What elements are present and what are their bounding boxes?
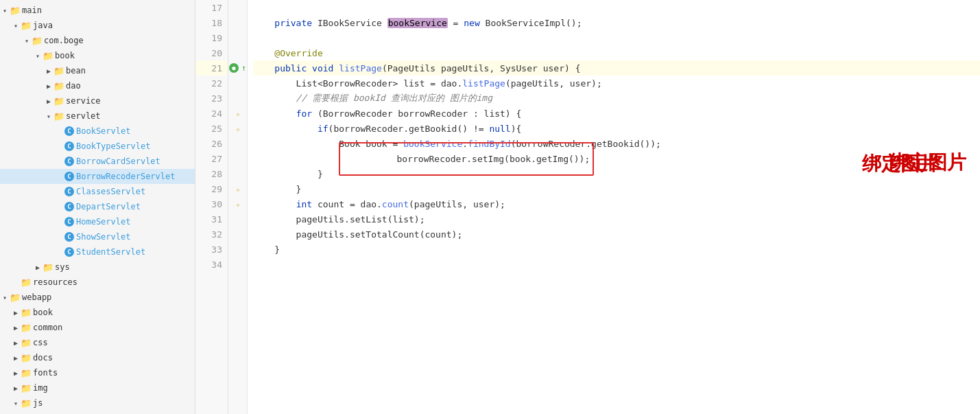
expand-arrow[interactable]: ▾ (44, 113, 53, 120)
sidebar-item-HomeServlet[interactable]: CHomeServlet (0, 214, 195, 229)
sidebar-item-book[interactable]: ▾📁book (0, 48, 195, 63)
code-line-23: // 需要根据 bookId 查询出对应的 图片的img (253, 91, 980, 106)
sidebar-item-ClassesServlet[interactable]: CClassesServlet (0, 184, 195, 199)
line-32: 32 (195, 227, 228, 242)
expand-arrow[interactable]: ▶ (44, 97, 53, 105)
expand-arrow[interactable]: ▶ (11, 309, 21, 317)
sidebar-item-bean[interactable]: ▶📁bean (0, 63, 195, 78)
gutter-31 (228, 211, 247, 227)
code-line-33: } (253, 242, 980, 257)
sidebar-item-BookServlet[interactable]: CBookServlet (0, 124, 195, 139)
item-label: ShowServlet (76, 232, 130, 242)
item-label: img (33, 383, 48, 393)
sidebar-item-img[interactable]: ▶📁img (0, 380, 195, 395)
sidebar-item-BorrowCardServlet[interactable]: CBorrowCardServlet (0, 154, 195, 169)
line-33: 33 (195, 242, 228, 257)
gutter-17 (228, 0, 247, 15)
sidebar-item-common[interactable]: ▶📁common (0, 320, 195, 335)
sidebar-item-demo[interactable]: ▶📁demo (0, 411, 195, 414)
item-label: book (55, 51, 75, 60)
item-label: DepartServlet (76, 202, 141, 211)
line-30: 30 (195, 196, 228, 211)
code-line-22: List<BorrowRecoder> list = dao. listPage… (253, 76, 980, 91)
gutter-32 (228, 227, 247, 242)
expand-arrow[interactable]: ▾ (11, 22, 21, 30)
sidebar-item-sys[interactable]: ▶📁sys (0, 260, 195, 275)
code-line-32: pageUtils.setTotalCount(count); (253, 227, 980, 242)
sidebar-item-service[interactable]: ▶📁service (0, 93, 195, 108)
item-label: HomeServlet (76, 217, 130, 227)
breakpoint-arrow: ↑ (241, 63, 246, 73)
expand-arrow[interactable]: ▶ (44, 82, 53, 90)
file-tree: ▾📁main▾📁java▾📁com.boge▾📁book▶📁bean▶📁dao▶… (0, 0, 195, 414)
item-label: common (33, 323, 62, 332)
item-label: dao (66, 81, 81, 91)
gutter-24: ⬦ (228, 106, 247, 121)
expand-arrow[interactable]: ▶ (11, 324, 21, 332)
sidebar-item-docs[interactable]: ▶📁docs (0, 350, 195, 365)
code-line-18: private IBookService bookService = new B… (253, 15, 980, 30)
class-icon: C (64, 187, 74, 196)
sidebar-item-resources[interactable]: 📁resources (0, 275, 195, 290)
line-34: 34 (195, 257, 228, 272)
line-23: 23 (195, 91, 228, 106)
code-line-21: public void listPage (PageUtils pageUtil… (253, 60, 980, 76)
class-icon: C (64, 157, 74, 166)
expand-arrow[interactable]: ▶ (11, 369, 21, 377)
gutter-22 (228, 76, 247, 91)
sidebar-item-StudentServlet[interactable]: CStudentServlet (0, 244, 195, 260)
sidebar-item-webapp[interactable]: ▾📁webapp (0, 290, 195, 305)
line-20: 20 (195, 45, 228, 60)
code-line-31: pageUtils.setList(list); (253, 211, 980, 227)
gutter-18 (228, 15, 247, 30)
sidebar-item-servlet[interactable]: ▾📁servlet (0, 108, 195, 124)
sidebar-item-css[interactable]: ▶📁css (0, 335, 195, 350)
sidebar-item-fonts[interactable]: ▶📁fonts (0, 365, 195, 380)
sidebar-item-book2[interactable]: ▶📁book (0, 305, 195, 320)
gutter-25: ⬦ (228, 121, 247, 136)
class-icon: C (64, 172, 74, 181)
sidebar-item-DepartServlet[interactable]: CDepartServlet (0, 199, 195, 214)
item-label: BookServlet (76, 126, 130, 136)
folder-icon: 📁 (53, 66, 64, 76)
item-label: BorrowRecoderServlet (76, 172, 176, 181)
sidebar-item-com.boge[interactable]: ▾📁com.boge (0, 33, 195, 48)
item-label: js (33, 398, 43, 408)
folder-icon: 📁 (21, 277, 32, 288)
gutter-29: ⬦ (228, 181, 247, 196)
expand-arrow[interactable]: ▶ (44, 67, 53, 75)
expand-arrow[interactable]: ▾ (22, 37, 32, 45)
expand-arrow[interactable]: ▶ (11, 339, 21, 347)
folder-icon: 📁 (10, 5, 21, 16)
item-label: service (66, 96, 101, 106)
code-line-30: int count = dao. count (pageUtils, user)… (253, 196, 980, 211)
folder-icon: 📁 (43, 262, 53, 273)
code-editor: 17 18 19 20 21 22 23 24 25 26 27 28 29 3… (195, 0, 980, 414)
sidebar-item-java[interactable]: ▾📁java (0, 18, 195, 33)
expand-arrow[interactable]: ▶ (11, 384, 21, 392)
expand-arrow[interactable]: ▾ (0, 294, 10, 301)
item-label: StudentServlet (76, 247, 145, 257)
breakpoint-badge: ● (229, 63, 239, 73)
expand-arrow[interactable]: ▶ (33, 264, 43, 271)
folder-icon: 📁 (53, 81, 64, 91)
item-label: css (33, 338, 48, 347)
folder-icon: 📁 (32, 36, 43, 46)
folder-icon: 📁 (21, 323, 32, 333)
sidebar-item-dao[interactable]: ▶📁dao (0, 78, 195, 93)
expand-arrow[interactable]: ▶ (11, 354, 21, 362)
line-21: 21 (195, 60, 228, 76)
line-25: 25 (195, 121, 228, 136)
bookmark-30: ⬦ (236, 200, 240, 208)
sidebar-item-js[interactable]: ▾📁js (0, 395, 195, 411)
expand-arrow[interactable]: ▾ (11, 400, 21, 407)
sidebar-item-BookTypeServlet[interactable]: CBookTypeServlet (0, 139, 195, 154)
expand-arrow[interactable]: ▾ (0, 7, 10, 14)
sidebar-item-BorrowRecoderServlet[interactable]: CBorrowRecoderServlet (0, 169, 195, 184)
line-22: 22 (195, 76, 228, 91)
sidebar-item-ShowServlet[interactable]: CShowServlet (0, 229, 195, 244)
expand-arrow[interactable]: ▾ (33, 52, 43, 60)
class-icon: C (64, 202, 74, 211)
sidebar-item-main[interactable]: ▾📁main (0, 3, 195, 18)
folder-icon: 📁 (53, 96, 64, 106)
